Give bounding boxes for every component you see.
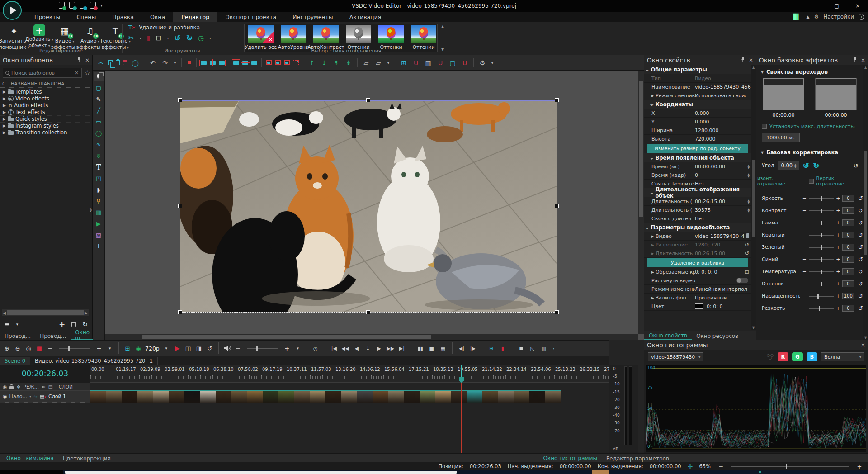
clear-search-icon[interactable]: × xyxy=(74,70,79,76)
pause-icon[interactable]: ▮▮ xyxy=(416,343,425,354)
speech-tool-icon[interactable]: ◗ xyxy=(94,185,104,194)
templates-tab-2[interactable]: Окно ш... xyxy=(71,332,94,340)
speed-caret-icon[interactable]: ▾ xyxy=(209,36,211,40)
jump-start-icon[interactable]: ◀| xyxy=(458,343,466,354)
bottom-tab-1[interactable]: Цветокоррекция xyxy=(58,455,115,463)
tree-view-icon[interactable]: ≡ xyxy=(5,321,10,328)
chart-tool-icon[interactable]: ▥ xyxy=(94,208,104,217)
pin-icon[interactable] xyxy=(853,57,857,64)
crop-icon[interactable]: ⊡ xyxy=(156,34,162,42)
close-panel-icon[interactable]: × xyxy=(749,57,753,63)
property-button-22[interactable]: Удаление и разбивка xyxy=(647,258,748,267)
property-row-23[interactable]: ▸ Обрезаемые края0; 0; 0; 0⊡ xyxy=(644,268,751,276)
slider-reset-icon[interactable]: ↺ xyxy=(858,232,863,238)
scissors-caret-icon[interactable]: ▾ xyxy=(140,36,142,40)
grid-icon[interactable]: ▦ xyxy=(424,57,433,68)
ribbon-button-add-object[interactable]: +Добавитьобъект xyxy=(27,23,52,51)
move-up-icon[interactable]: ↑ xyxy=(307,57,316,68)
slider-track[interactable] xyxy=(809,198,834,199)
slider-value[interactable]: 0 xyxy=(842,207,854,214)
redo-icon[interactable]: ↷ xyxy=(160,57,170,68)
shape-tool-icon[interactable]: ▢ xyxy=(94,84,104,92)
gear-icon[interactable]: ⚙ xyxy=(478,57,487,68)
play-button[interactable]: ▶ xyxy=(173,343,181,354)
histogram-mode-select[interactable]: Волна ▾ xyxy=(821,352,864,361)
close-button[interactable]: × xyxy=(847,0,868,12)
effects-scrollbar[interactable]: ▲▼ xyxy=(863,65,868,340)
undo-icon[interactable]: ↶ xyxy=(148,57,157,68)
line-tool-icon[interactable]: ╱ xyxy=(94,106,104,115)
property-row-2[interactable]: Наименованиеvideo-158579430_456 xyxy=(644,83,751,91)
zoom-slider[interactable] xyxy=(731,466,849,467)
slider-track[interactable] xyxy=(809,223,834,223)
slider-plus[interactable]: + xyxy=(836,305,840,311)
slider-track[interactable] xyxy=(809,284,834,284)
maximize-button[interactable]: ▢ xyxy=(826,0,847,12)
style-Оттенки-3[interactable]: Оттенки xyxy=(343,25,374,51)
timeline-empty-area[interactable] xyxy=(0,403,609,453)
crop-caret-icon[interactable]: ▾ xyxy=(167,36,169,40)
bars-icon[interactable]: ▥ xyxy=(540,343,548,354)
transitions-group-label[interactable]: Свойства переходов xyxy=(766,69,828,75)
spinner-icon[interactable]: ▲▼ xyxy=(747,199,750,204)
reset-angle-icon[interactable]: ↺ xyxy=(854,162,859,169)
menu-Инструменты[interactable]: Инструменты xyxy=(284,12,341,22)
slider-value[interactable]: 0 xyxy=(842,305,854,312)
skip-start-icon[interactable]: |◀ xyxy=(330,343,338,354)
play-icon[interactable]: ▶ xyxy=(375,343,383,354)
step-back-icon[interactable]: ◀ xyxy=(353,343,361,354)
frames-icon[interactable]: ▦ xyxy=(439,343,447,354)
snap-line-icon[interactable]: U xyxy=(460,57,469,68)
slider-minus[interactable]: − xyxy=(802,195,807,201)
settings-label[interactable]: Настройки xyxy=(823,14,854,20)
slider-track[interactable] xyxy=(809,247,834,248)
slider-value[interactable]: 0 xyxy=(842,268,854,275)
slider-track[interactable] xyxy=(809,271,834,272)
color-swatch[interactable] xyxy=(695,303,703,309)
histogram-tab-1[interactable]: Редактор параметров xyxy=(602,455,674,463)
rew-icon[interactable]: ◀◀ xyxy=(341,343,349,354)
tooltip-tool-icon[interactable]: ◰ xyxy=(94,174,104,183)
close-panel-icon[interactable]: × xyxy=(85,57,90,63)
text-tool-icon[interactable]: T xyxy=(94,163,104,171)
snap-grid-add-icon[interactable]: ⊞ xyxy=(399,57,408,68)
refresh-icon[interactable]: ↻ xyxy=(82,321,88,328)
spinner-icon[interactable]: ▲▼ xyxy=(747,173,750,177)
expander-icon[interactable]: ▶ xyxy=(3,130,6,135)
tree-item-instagram-styles[interactable]: ▶Instagram styles xyxy=(0,123,92,129)
minus-icon[interactable]: − xyxy=(46,343,54,354)
property-row-15[interactable]: Длительность (00:26:15.00▲▼ xyxy=(644,197,751,206)
cut-split-label[interactable]: Удаление и разбивка xyxy=(139,24,200,31)
property-button-9[interactable]: Изменить размер по род. объекту xyxy=(647,144,748,153)
menu-Проекты[interactable]: Проекты xyxy=(26,12,68,22)
tree-item-transition-collection[interactable]: ▶Transition collection xyxy=(0,129,92,136)
scale-circle-icon[interactable]: ◎ xyxy=(24,343,33,354)
razor-icon[interactable]: ▮ xyxy=(147,34,151,42)
align-top-icon[interactable] xyxy=(233,61,239,65)
fit-to-screen-icon[interactable]: ✛ xyxy=(688,463,693,470)
speed-icon[interactable]: ◷ xyxy=(198,34,204,42)
speaker-icon[interactable] xyxy=(223,343,231,354)
mode-label[interactable]: РЕЖ... xyxy=(24,384,39,389)
align-middle-icon[interactable] xyxy=(242,61,248,65)
align-left-icon[interactable] xyxy=(201,61,207,65)
marker-in-icon[interactable]: ◫ xyxy=(184,343,192,354)
curve-tool-icon[interactable]: ∿ xyxy=(94,140,104,149)
stop-icon[interactable]: ■ xyxy=(428,343,436,354)
display-mode-icon[interactable]: ⊞ xyxy=(123,343,132,354)
preview-vscrollbar[interactable] xyxy=(638,71,644,334)
slider-track[interactable] xyxy=(809,308,834,309)
property-row-26[interactable]: ▸ Залить фонПрозрачный xyxy=(644,294,751,302)
slider-minus[interactable]: − xyxy=(802,281,807,287)
move-back-icon[interactable]: ↡ xyxy=(344,57,353,68)
templates-tab-0[interactable]: Провод... xyxy=(0,332,35,340)
rows-icon[interactable]: ≡ xyxy=(517,343,525,354)
sprite-tool-icon[interactable]: ▧ xyxy=(94,231,104,239)
slider-reset-icon[interactable]: ↺ xyxy=(858,305,863,312)
transition-out-thumbnail[interactable]: 00:00.00 xyxy=(815,78,857,118)
fit-height-icon[interactable] xyxy=(275,60,281,65)
slider-plus[interactable]: + xyxy=(836,232,840,238)
caret-icon[interactable]: ▾ xyxy=(106,343,114,354)
add-template-icon[interactable]: + xyxy=(59,320,65,329)
slider-minus[interactable]: − xyxy=(802,220,807,226)
